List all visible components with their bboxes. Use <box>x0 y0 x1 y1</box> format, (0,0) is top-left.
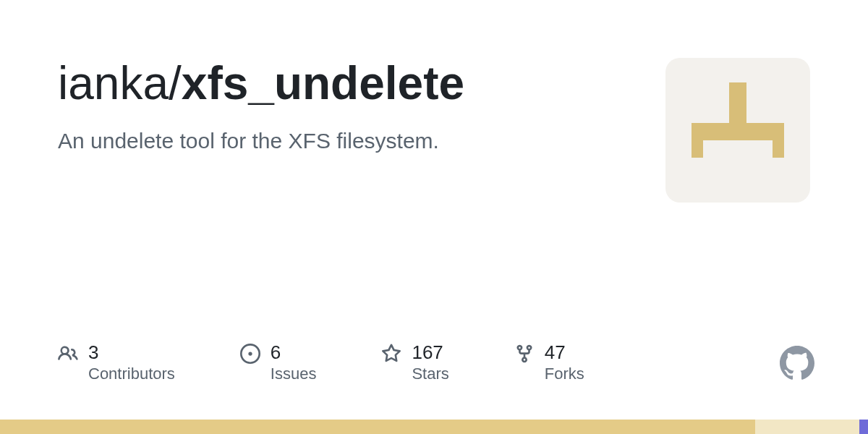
identicon-icon <box>680 72 796 188</box>
language-bar <box>0 420 868 434</box>
repo-title[interactable]: ianka/xfs_undelete <box>58 58 637 109</box>
language-segment <box>859 420 868 434</box>
svg-rect-1 <box>720 123 755 140</box>
repo-stats: 3 Contributors 6 Issues 167 Stars 47 For… <box>58 342 584 383</box>
repo-avatar[interactable] <box>665 58 810 203</box>
github-icon[interactable] <box>780 346 814 380</box>
star-icon <box>381 344 401 364</box>
stat-contributors[interactable]: 3 Contributors <box>58 342 175 383</box>
language-segment <box>755 420 859 434</box>
people-icon <box>58 344 78 364</box>
repo-owner: ianka <box>58 57 169 109</box>
stat-forks[interactable]: 47 Forks <box>514 342 584 383</box>
contributors-count: 3 <box>88 342 175 363</box>
forks-count: 47 <box>545 342 584 363</box>
stars-label: Stars <box>412 365 448 383</box>
issue-icon <box>240 344 260 364</box>
language-segment <box>0 420 755 434</box>
repo-card: ianka/xfs_undelete An undelete tool for … <box>0 0 868 203</box>
svg-rect-3 <box>692 140 703 158</box>
issues-count: 6 <box>271 342 317 363</box>
stars-count: 167 <box>412 342 448 363</box>
svg-rect-4 <box>755 123 784 140</box>
repo-name: xfs_undelete <box>182 57 464 109</box>
repo-info: ianka/xfs_undelete An undelete tool for … <box>58 58 637 203</box>
svg-rect-2 <box>692 123 720 140</box>
issues-label: Issues <box>271 365 317 383</box>
stat-stars[interactable]: 167 Stars <box>381 342 448 383</box>
forks-label: Forks <box>545 365 584 383</box>
svg-rect-5 <box>773 140 784 158</box>
repo-description: An undelete tool for the XFS filesystem. <box>58 126 637 156</box>
contributors-label: Contributors <box>88 365 175 383</box>
stat-issues[interactable]: 6 Issues <box>240 342 317 383</box>
fork-icon <box>514 344 535 364</box>
svg-rect-0 <box>729 82 746 123</box>
